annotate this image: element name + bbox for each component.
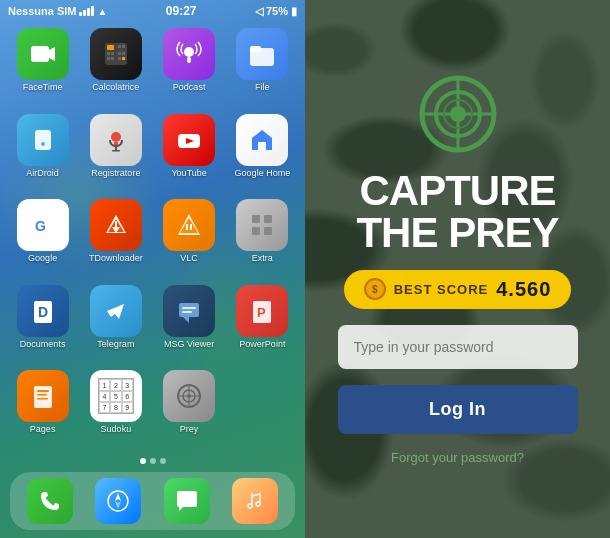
svg-rect-12 [118,57,121,60]
app-label-vlc: VLC [180,254,198,264]
svg-rect-52 [37,398,48,400]
svg-rect-4 [118,45,121,48]
app-icon-telegram [90,285,142,337]
app-facetime[interactable]: FaceTime [10,28,75,106]
ios-home-screen: Nessuna SIM ▲ 09:27 ◁ 75% ▮ FaceTime [0,0,305,538]
svg-rect-6 [107,52,110,55]
app-label-airdroid: AirDroid [26,169,59,179]
app-icon-airdroid [17,114,69,166]
app-icon-calc [90,28,142,80]
app-registratore[interactable]: Registratore [83,114,148,192]
dock-safari-icon [95,478,141,524]
svg-text:G: G [35,218,46,234]
app-podcast[interactable]: Podcast [157,28,222,106]
dock-messages-icon [164,478,210,524]
login-button[interactable]: Log In [338,385,578,434]
sudoku-cell: 5 [110,391,121,402]
svg-rect-18 [35,130,51,150]
best-score-badge: $ BEST SCORE 4.560 [344,270,572,309]
dock-phone-icon [27,478,73,524]
svg-marker-1 [49,47,55,61]
app-label-google: Google [28,254,57,264]
svg-rect-46 [182,311,192,313]
app-icon-facetime [17,28,69,80]
dock-music-icon [232,478,278,524]
app-telegram[interactable]: Telegram [83,285,148,363]
signal-icon [79,6,94,16]
svg-rect-9 [122,52,125,55]
sudoku-cell: 9 [122,402,133,413]
app-documents[interactable]: D Documents [10,285,75,363]
app-youtube[interactable]: YouTube [157,114,222,192]
app-prey[interactable]: Prey [157,370,222,448]
app-powerpoint[interactable]: P PowerPoint [230,285,295,363]
password-input[interactable] [338,325,578,369]
sudoku-cell: 2 [110,379,121,390]
status-right: ◁ 75% ▮ [255,5,297,18]
svg-rect-11 [111,57,114,60]
svg-rect-15 [187,57,191,63]
forgot-password-link[interactable]: Forgot your password? [391,450,524,465]
app-icon-docs: D [17,285,69,337]
carrier-text: Nessuna SIM [8,5,76,17]
page-dots [0,456,305,468]
app-sudoku[interactable]: 1 2 3 4 5 6 7 8 9 Sudoku [83,370,148,448]
svg-rect-38 [252,227,260,235]
app-icon-ppt: P [236,285,288,337]
dock [10,472,295,530]
app-google[interactable]: G Google [10,199,75,277]
battery-text: 75% [266,5,288,17]
svg-rect-37 [264,215,272,223]
score-coin-icon: $ [364,278,386,300]
sudoku-cell: 4 [99,391,110,402]
svg-text:P: P [257,305,266,320]
game-content: CAPTURE THE PREY $ BEST SCORE 4.560 Log … [305,54,610,485]
svg-marker-60 [115,501,121,509]
app-pages[interactable]: Pages [10,370,75,448]
app-msg[interactable]: MSG Viewer [157,285,222,363]
svg-rect-0 [31,46,49,62]
sudoku-grid: 1 2 3 4 5 6 7 8 9 [98,378,134,414]
best-score-label: BEST SCORE [394,282,489,297]
app-vlc[interactable]: VLC [157,199,222,277]
svg-rect-13 [122,57,125,60]
dock-safari[interactable] [95,478,141,524]
dock-music[interactable] [232,478,278,524]
location-icon: ◁ [255,5,263,18]
app-icon-prey [163,370,215,422]
sudoku-cell: 6 [122,391,133,402]
app-icon-tdown [90,199,142,251]
app-calc[interactable]: Calcolatrice [83,28,148,106]
svg-point-14 [184,47,194,57]
svg-text:D: D [38,304,48,320]
app-label-ghome: Google Home [235,169,291,179]
svg-rect-5 [122,45,125,48]
game-title: CAPTURE THE PREY [356,170,558,254]
app-files[interactable]: File [230,28,295,106]
svg-marker-44 [183,317,189,323]
svg-marker-33 [180,218,198,233]
sudoku-cell: 3 [122,379,133,390]
svg-rect-43 [179,303,199,317]
dock-phone[interactable] [27,478,73,524]
status-time: 09:27 [166,4,197,18]
app-icon-ghome [236,114,288,166]
status-carrier: Nessuna SIM ▲ [8,5,107,17]
svg-rect-8 [118,52,121,55]
app-tdownloader[interactable]: TDownloader [83,199,148,277]
svg-marker-59 [115,493,121,501]
app-label-docs: Documents [20,340,66,350]
app-icon-podcast [163,28,215,80]
svg-rect-51 [37,394,47,396]
dock-messages[interactable] [164,478,210,524]
app-icon-youtube [163,114,215,166]
app-label-calc: Calcolatrice [92,83,139,93]
app-extra[interactable]: Extra [230,199,295,277]
svg-rect-49 [34,386,52,408]
app-label-pages: Pages [30,425,56,435]
app-google-home[interactable]: Google Home [230,114,295,192]
svg-point-19 [41,142,45,146]
app-airdroid[interactable]: AirDroid [10,114,75,192]
svg-rect-7 [111,52,114,55]
app-icon-vlc [163,199,215,251]
